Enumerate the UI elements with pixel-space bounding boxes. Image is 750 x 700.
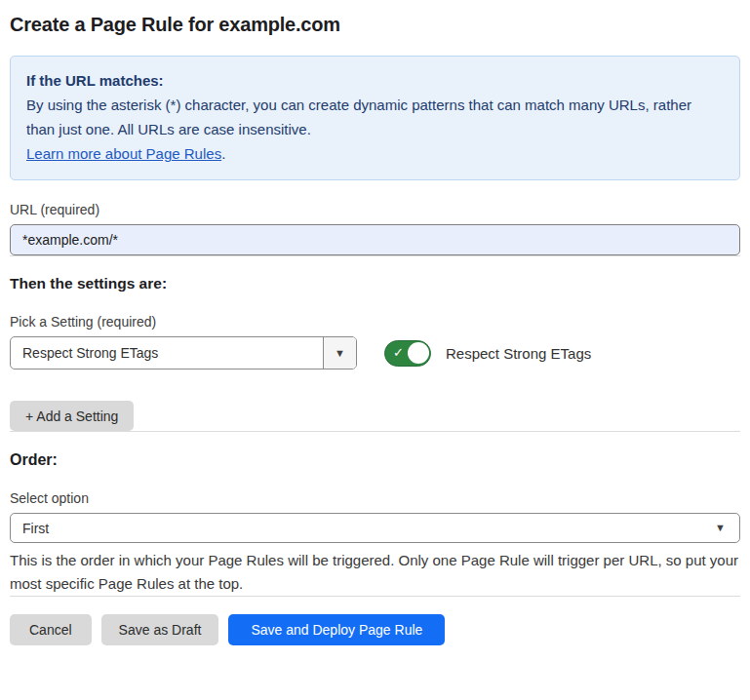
url-match-info-box: If the URL matches: By using the asteris… bbox=[10, 56, 740, 180]
info-box-body: By using the asterisk (*) character, you… bbox=[26, 93, 724, 141]
url-label: URL (required) bbox=[10, 202, 740, 217]
divider bbox=[10, 255, 740, 256]
save-deploy-button[interactable]: Save and Deploy Page Rule bbox=[228, 614, 445, 645]
page-title: Create a Page Rule for example.com bbox=[10, 14, 740, 36]
info-box-heading: If the URL matches: bbox=[26, 68, 724, 93]
order-help-text: This is the order in which your Page Rul… bbox=[10, 549, 740, 596]
add-setting-button[interactable]: + Add a Setting bbox=[10, 401, 134, 431]
url-input[interactable] bbox=[10, 224, 740, 255]
link-period: . bbox=[221, 145, 225, 162]
chevron-down-icon: ▼ bbox=[715, 523, 726, 533]
setting-select-arrow-button[interactable]: ▼ bbox=[323, 337, 356, 369]
toggle-label: Respect Strong ETags bbox=[446, 345, 591, 362]
order-select[interactable]: First ▼ bbox=[10, 513, 740, 543]
settings-heading: Then the settings are: bbox=[10, 275, 740, 292]
setting-row: Respect Strong ETags ▼ ✓ Respect Strong … bbox=[10, 336, 740, 369]
create-page-rule-form: Create a Page Rule for example.com If th… bbox=[0, 0, 750, 700]
setting-toggle[interactable]: ✓ bbox=[384, 340, 431, 367]
setting-select-value: Respect Strong ETags bbox=[11, 337, 323, 369]
setting-select[interactable]: Respect Strong ETags ▼ bbox=[10, 336, 357, 369]
cancel-button[interactable]: Cancel bbox=[10, 614, 92, 645]
order-heading: Order: bbox=[10, 451, 740, 469]
divider bbox=[10, 596, 740, 597]
toggle-knob bbox=[408, 342, 429, 364]
save-draft-button[interactable]: Save as Draft bbox=[101, 614, 219, 645]
chevron-down-icon: ▼ bbox=[335, 348, 345, 359]
pick-setting-label: Pick a Setting (required) bbox=[10, 314, 740, 330]
check-icon: ✓ bbox=[393, 345, 404, 360]
select-option-label: Select option bbox=[10, 490, 740, 506]
learn-more-link[interactable]: Learn more about Page Rules bbox=[26, 145, 221, 162]
order-select-value: First bbox=[22, 521, 49, 536]
footer-actions: Cancel Save as Draft Save and Deploy Pag… bbox=[10, 614, 740, 645]
info-box-link-line: Learn more about Page Rules. bbox=[26, 141, 724, 166]
divider bbox=[10, 431, 740, 432]
